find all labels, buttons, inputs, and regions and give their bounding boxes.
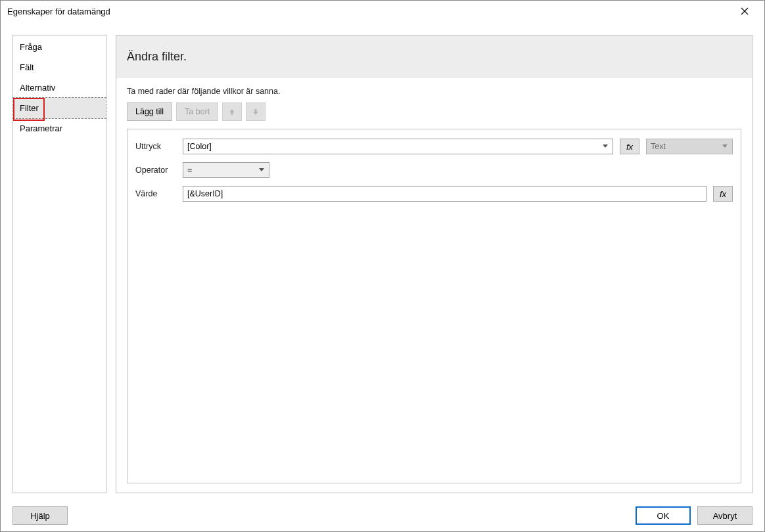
expression-label: Uttryck	[135, 142, 176, 151]
fx-icon: fx	[720, 189, 726, 199]
filter-definition-box: Uttryck [Color] fx Text	[127, 129, 741, 483]
main-heading: Ändra filter.	[116, 35, 752, 78]
remove-button[interactable]: Ta bort	[176, 102, 218, 121]
expression-combo[interactable]: [Color]	[183, 139, 613, 154]
value-label: Värde	[135, 189, 176, 198]
ok-button[interactable]: OK	[636, 506, 691, 525]
add-button[interactable]: Lägg till	[127, 102, 172, 121]
main-body: Ta med rader där följande villkor är san…	[116, 78, 752, 493]
datatype-value: Text	[651, 142, 720, 151]
operator-combo[interactable]: =	[183, 162, 269, 178]
titlebar: Egenskaper för datamängd	[1, 1, 764, 22]
sidebar-item-options[interactable]: Alternativ	[13, 78, 106, 98]
dialog-window: Egenskaper för datamängd Fråga Fält Alte…	[0, 0, 765, 532]
help-button[interactable]: Hjälp	[12, 506, 68, 525]
sidebar-item-query[interactable]: Fråga	[13, 37, 106, 57]
chevron-down-icon	[601, 139, 610, 154]
sidebar: Fråga Fält Alternativ Filter Parametrar	[12, 35, 106, 493]
move-up-button[interactable]	[222, 102, 242, 121]
main-panel: Ändra filter. Ta med rader där följande …	[116, 35, 753, 493]
value-input[interactable]: [&UserID]	[183, 186, 707, 202]
main-subtitle: Ta med rader där följande villkor är san…	[127, 87, 741, 96]
expression-fx-button[interactable]: fx	[620, 139, 639, 154]
value-text: [&UserID]	[187, 189, 223, 198]
window-title: Egenskaper för datamängd	[7, 7, 731, 16]
operator-row: Operator =	[135, 162, 733, 178]
close-icon	[741, 7, 749, 15]
dialog-content: Fråga Fält Alternativ Filter Parametrar …	[1, 22, 764, 500]
cancel-button[interactable]: Avbryt	[697, 506, 753, 525]
expression-value: [Color]	[187, 142, 601, 151]
datatype-combo[interactable]: Text	[646, 139, 733, 154]
arrow-down-icon	[252, 108, 260, 116]
close-button[interactable]	[731, 1, 758, 21]
sidebar-item-filters[interactable]: Filter	[12, 97, 106, 119]
filter-toolbar: Lägg till Ta bort	[127, 102, 741, 121]
chevron-down-icon	[720, 139, 730, 154]
operator-value: =	[187, 166, 257, 175]
chevron-down-icon	[257, 163, 266, 177]
value-fx-button[interactable]: fx	[713, 186, 733, 202]
dialog-footer: Hjälp OK Avbryt	[1, 500, 764, 531]
fx-icon: fx	[626, 142, 633, 152]
arrow-up-icon	[228, 108, 236, 116]
sidebar-item-parameters[interactable]: Parametrar	[13, 118, 106, 139]
move-down-button[interactable]	[246, 102, 266, 121]
sidebar-item-fields[interactable]: Fält	[13, 57, 106, 78]
operator-label: Operator	[135, 166, 176, 175]
value-row: Värde [&UserID] fx	[135, 186, 733, 202]
expression-row: Uttryck [Color] fx Text	[135, 139, 733, 154]
